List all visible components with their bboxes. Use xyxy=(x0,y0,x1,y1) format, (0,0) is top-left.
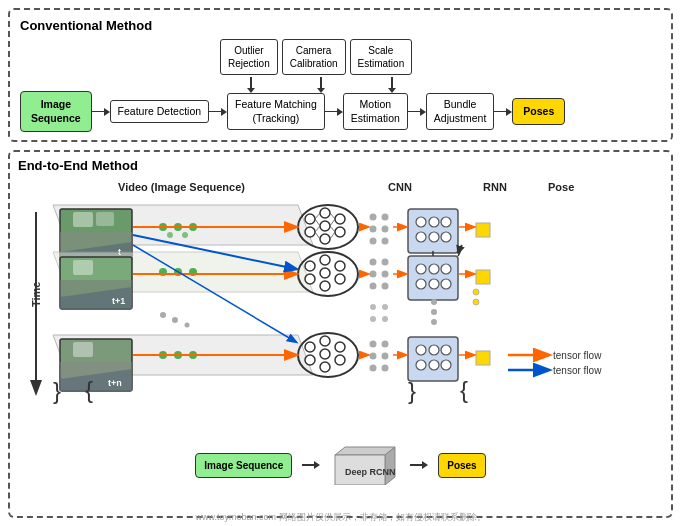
e2e-diagram: Video (Image Sequence) CNN RNN Pose xyxy=(18,177,668,437)
svg-text:Pose: Pose xyxy=(548,181,574,193)
svg-point-109 xyxy=(382,341,389,348)
svg-point-85 xyxy=(382,316,388,322)
conv-main-row: ImageSequence Feature Detection Feature … xyxy=(20,91,661,132)
svg-point-105 xyxy=(320,362,330,372)
svg-point-90 xyxy=(473,299,479,305)
arrow1 xyxy=(92,107,110,117)
svg-point-34 xyxy=(370,214,377,221)
svg-point-73 xyxy=(429,264,439,274)
svg-point-24 xyxy=(335,214,345,224)
svg-point-39 xyxy=(382,238,389,245)
svg-point-68 xyxy=(382,271,389,278)
svg-point-65 xyxy=(370,259,377,266)
arrow3 xyxy=(325,107,343,117)
svg-point-104 xyxy=(320,349,330,359)
svg-point-64 xyxy=(335,274,345,284)
svg-point-74 xyxy=(441,264,451,274)
svg-line-26 xyxy=(315,213,320,219)
svg-point-83 xyxy=(370,316,376,322)
svg-point-80 xyxy=(172,317,178,323)
svg-point-81 xyxy=(185,323,190,328)
main-container: Conventional Method OutlierRejection Cam… xyxy=(0,0,681,526)
svg-point-103 xyxy=(320,336,330,346)
svg-rect-40 xyxy=(408,209,458,253)
svg-rect-47 xyxy=(476,223,490,237)
svg-line-28 xyxy=(315,226,320,232)
feature-detection-box: Feature Detection xyxy=(110,100,209,124)
svg-point-60 xyxy=(320,255,330,265)
svg-point-46 xyxy=(441,232,451,242)
svg-point-77 xyxy=(441,279,451,289)
svg-line-32 xyxy=(330,226,335,232)
svg-rect-114 xyxy=(408,337,458,381)
poses-box-conv: Poses xyxy=(512,98,565,126)
svg-point-59 xyxy=(305,274,315,284)
svg-text:}: } xyxy=(460,376,468,403)
svg-text:RNN: RNN xyxy=(483,181,507,193)
image-sequence-e2e: Image Sequence xyxy=(195,453,292,478)
outlier-rejection-box: OutlierRejection xyxy=(220,39,278,75)
scale-estimation-box: ScaleEstimation xyxy=(350,39,413,75)
svg-point-106 xyxy=(335,342,345,352)
svg-point-120 xyxy=(441,360,451,370)
svg-text:}: } xyxy=(408,377,416,404)
svg-point-61 xyxy=(320,268,330,278)
svg-point-62 xyxy=(320,281,330,291)
svg-point-112 xyxy=(370,365,377,372)
arrow-e2e-2 xyxy=(410,460,428,470)
svg-point-36 xyxy=(370,226,377,233)
svg-point-22 xyxy=(320,221,330,231)
feature-matching-box: Feature Matching(Tracking) xyxy=(227,93,325,130)
svg-point-70 xyxy=(382,283,389,290)
e2e-section: End-to-End Method Video (Image Sequence)… xyxy=(8,150,673,518)
svg-text:tensor flow: tensor flow xyxy=(553,350,602,361)
svg-line-31 xyxy=(330,219,335,226)
svg-text:Deep RCNN: Deep RCNN xyxy=(345,467,396,477)
svg-point-16 xyxy=(167,232,173,238)
svg-point-88 xyxy=(431,319,437,325)
svg-point-58 xyxy=(305,261,315,271)
svg-point-37 xyxy=(382,226,389,233)
svg-rect-11 xyxy=(96,212,114,226)
svg-point-42 xyxy=(429,217,439,227)
arrow4 xyxy=(408,107,426,117)
svg-point-23 xyxy=(320,234,330,244)
svg-point-21 xyxy=(320,208,330,218)
svg-point-84 xyxy=(382,304,388,310)
svg-point-110 xyxy=(370,353,377,360)
bundle-adjustment-box: BundleAdjustment xyxy=(426,93,495,130)
svg-line-33 xyxy=(330,232,335,239)
svg-text:Time: Time xyxy=(30,282,42,307)
e2e-title: End-to-End Method xyxy=(18,158,663,173)
svg-line-30 xyxy=(330,213,335,219)
conventional-title: Conventional Method xyxy=(20,18,661,33)
svg-point-69 xyxy=(370,283,377,290)
svg-point-86 xyxy=(431,299,437,305)
svg-point-63 xyxy=(335,261,345,271)
svg-point-79 xyxy=(160,312,166,318)
svg-text:}: } xyxy=(53,377,61,404)
svg-point-25 xyxy=(335,227,345,237)
svg-rect-10 xyxy=(73,212,93,227)
arrow-e2e-1 xyxy=(302,460,320,470)
svg-point-118 xyxy=(416,360,426,370)
svg-point-82 xyxy=(370,304,376,310)
svg-text:t+1: t+1 xyxy=(112,296,125,306)
svg-point-17 xyxy=(182,232,188,238)
svg-point-89 xyxy=(473,289,479,295)
svg-point-41 xyxy=(416,217,426,227)
svg-line-29 xyxy=(315,232,320,239)
svg-point-101 xyxy=(305,342,315,352)
svg-text:CNN: CNN xyxy=(388,181,412,193)
svg-rect-52 xyxy=(73,260,93,275)
svg-point-35 xyxy=(382,214,389,221)
svg-point-102 xyxy=(305,355,315,365)
svg-text:t+n: t+n xyxy=(108,378,122,388)
arrow5 xyxy=(494,107,512,117)
conventional-section: Conventional Method OutlierRejection Cam… xyxy=(8,8,673,142)
svg-point-67 xyxy=(370,271,377,278)
svg-rect-71 xyxy=(408,256,458,300)
svg-point-19 xyxy=(305,214,315,224)
svg-point-113 xyxy=(382,365,389,372)
svg-point-111 xyxy=(382,353,389,360)
